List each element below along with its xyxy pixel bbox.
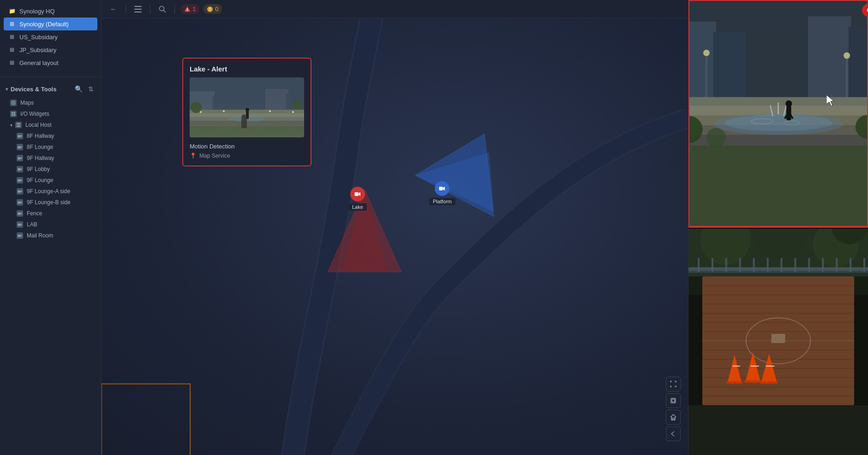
device-item-local-host[interactable]: ▾ Local Host (7, 119, 97, 130)
svg-marker-28 (21, 235, 22, 237)
svg-marker-14 (21, 157, 22, 160)
sidebar-item-synology-hq[interactable]: 📁 Synology HQ (4, 5, 97, 18)
map-fullscreen-button[interactable] (666, 377, 681, 391)
sidebar-item-label: Synology (Default) (19, 21, 69, 28)
svg-rect-46 (190, 110, 304, 115)
svg-rect-72 (849, 27, 868, 103)
sidebar-item-synology-default[interactable]: ⊞ Synology (Default) (4, 18, 97, 30)
sidebar-item-label: US_Subsidary (19, 34, 58, 41)
device-item-maps[interactable]: Maps (7, 97, 97, 108)
svg-rect-47 (190, 113, 304, 119)
right-panel (688, 0, 868, 455)
sidebar-item-label: JP_Subsidary (19, 47, 56, 53)
svg-rect-50 (190, 117, 304, 120)
alert-popup-image (190, 77, 304, 137)
svg-rect-49 (190, 121, 304, 126)
device-item-io-widgets[interactable]: I/O Widgets (7, 108, 97, 119)
map-fit-button[interactable] (666, 393, 681, 408)
svg-point-94 (785, 100, 792, 107)
map-home-button[interactable] (666, 410, 681, 425)
device-item-9f-lounge-b[interactable]: 9F Lounge-B side (7, 197, 97, 208)
svg-line-33 (164, 10, 166, 12)
svg-rect-66 (672, 399, 675, 402)
svg-rect-110 (739, 258, 741, 272)
camera-icon (17, 144, 23, 150)
svg-rect-4 (14, 112, 16, 114)
lake-camera-marker[interactable]: Lake (348, 187, 367, 211)
toolbar-separator (126, 5, 126, 14)
device-item-8f-hallway[interactable]: 8F Hallway (7, 130, 97, 142)
lake-camera-dot[interactable] (350, 187, 365, 201)
camera-feed-top[interactable] (688, 0, 868, 228)
sidebar: 📁 Synology HQ ⊞ Synology (Default) ⊞ US_… (0, 0, 102, 455)
svg-rect-142 (760, 381, 778, 384)
sidebar-item-jp-subsidiary[interactable]: ⊞ JP_Subsidary (4, 43, 97, 56)
alert-badge-red[interactable]: 1 (180, 4, 199, 14)
svg-rect-42 (190, 91, 215, 119)
svg-rect-8 (17, 125, 20, 127)
server-icon (15, 122, 22, 128)
camera-icon (17, 177, 23, 183)
svg-rect-21 (18, 201, 21, 204)
devices-search-button[interactable]: 🔍 (73, 84, 84, 94)
svg-point-58 (223, 110, 225, 112)
svg-point-92 (706, 128, 726, 147)
sidebar-item-us-subsidiary[interactable]: ⊞ US_Subsidary (4, 30, 97, 43)
platform-camera-dot[interactable] (435, 181, 449, 196)
svg-rect-41 (190, 77, 304, 137)
devices-header[interactable]: ▾ Devices & Tools 🔍 ⇅ (4, 81, 97, 97)
device-label: Fence (27, 210, 42, 217)
toolbar-separator2 (150, 5, 150, 14)
svg-rect-5 (12, 114, 13, 116)
svg-rect-67 (672, 418, 674, 420)
device-label: Maps (20, 100, 34, 106)
devices-header-actions: 🔍 ⇅ (73, 84, 96, 94)
svg-rect-29 (134, 6, 142, 7)
device-item-fence[interactable]: Fence (7, 208, 97, 219)
cursor-indicator (826, 95, 836, 108)
devices-sort-button[interactable]: ⇅ (86, 84, 96, 94)
svg-rect-106 (688, 271, 868, 272)
camera-icon (17, 199, 23, 206)
camera-icon (17, 188, 23, 195)
alert-popup: Lake - Alert (182, 58, 311, 166)
svg-rect-19 (18, 190, 21, 193)
camera-icon (17, 166, 23, 172)
device-item-9f-lounge[interactable]: 9F Lounge (7, 175, 97, 186)
warning-count: 0 (215, 6, 218, 12)
device-item-lab[interactable]: LAB (7, 219, 97, 230)
device-item-9f-lobby[interactable]: 9F Lobby (7, 164, 97, 175)
svg-rect-69 (688, 22, 716, 103)
svg-marker-16 (21, 168, 22, 171)
camera-feed-bottom[interactable] (688, 229, 868, 455)
svg-marker-20 (21, 190, 22, 193)
map-back-arrow-button[interactable] (666, 426, 681, 441)
toolbar: ← 1 0 (102, 0, 688, 18)
svg-rect-138 (727, 381, 742, 384)
svg-point-51 (228, 116, 265, 122)
device-item-9f-lounge-a[interactable]: 9F Lounge-A side (7, 186, 97, 197)
svg-marker-12 (21, 146, 22, 148)
alert-location: 📍 Map Service (190, 153, 304, 159)
devices-list: Maps I/O Widgets ▾ Local Host (4, 97, 97, 241)
main-content: ← 1 0 Lane (102, 0, 688, 455)
sidebar-item-general-layout[interactable]: ⊞ General layout (4, 56, 97, 69)
device-item-9f-hallway[interactable]: 9F Hallway (7, 153, 97, 164)
platform-camera-marker[interactable]: Platform (429, 181, 455, 205)
back-button[interactable]: ← (107, 3, 120, 15)
device-item-mail-room[interactable]: Mail Room (7, 230, 97, 241)
svg-rect-148 (854, 276, 868, 405)
device-item-8f-lounge[interactable]: 8F Lounge (7, 142, 97, 153)
device-label: LAB (27, 221, 37, 228)
svg-point-55 (191, 102, 202, 113)
alert-badge-yellow[interactable]: 0 (203, 4, 222, 14)
svg-rect-44 (265, 89, 288, 119)
search-button[interactable] (156, 4, 169, 15)
device-label: 9F Lounge-B side (27, 199, 71, 206)
svg-rect-114 (794, 258, 796, 272)
menu-button[interactable] (132, 4, 144, 14)
devices-section: ▾ Devices & Tools 🔍 ⇅ Maps I/O Wid (0, 81, 101, 455)
svg-rect-3 (12, 112, 13, 114)
camera-icon (17, 210, 23, 217)
map-container[interactable]: Lane Lake - Alert (102, 18, 688, 455)
